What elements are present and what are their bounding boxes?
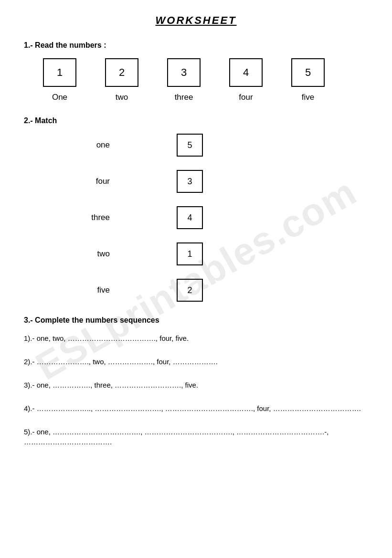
number-word: three — [175, 93, 193, 102]
section2-label: 2.- Match — [24, 116, 368, 125]
number-item: 5five — [277, 58, 339, 102]
sequence-lines-container: 1).- one, two, ………………………………., four, five… — [24, 333, 368, 447]
section3-label: 3.- Complete the numbers sequences — [24, 316, 368, 325]
number-box: 5 — [291, 58, 325, 87]
numbers-row: 1One2two3three4four5five — [29, 58, 368, 102]
number-item: 2two — [91, 58, 153, 102]
number-word: four — [239, 93, 253, 102]
sequence-line: 3).- one, ……………., three, ………………………., fiv… — [24, 380, 368, 390]
number-word: five — [302, 93, 314, 102]
match-box: 3 — [177, 170, 203, 193]
sequence-line: 5).- one, ………………………………., ………………………………., … — [24, 427, 368, 447]
match-row: one5 — [53, 134, 368, 157]
match-word: two — [53, 249, 110, 259]
match-row: four3 — [53, 170, 368, 193]
match-box: 4 — [177, 206, 203, 229]
number-box: 4 — [229, 58, 263, 87]
match-box: 1 — [177, 242, 203, 265]
complete-section: 3.- Complete the numbers sequences 1).- … — [24, 316, 368, 447]
sequence-line: 2).- …………………., two, ………………., four, ……………… — [24, 357, 368, 367]
number-word: two — [116, 93, 128, 102]
section1-label: 1.- Read the numbers : — [24, 41, 368, 50]
number-box: 3 — [167, 58, 201, 87]
match-word: four — [53, 177, 110, 186]
number-item: 1One — [29, 58, 91, 102]
sequence-line: 1).- one, two, ………………………………., four, five… — [24, 333, 368, 343]
number-box: 1 — [43, 58, 76, 87]
number-word: One — [52, 93, 67, 102]
page-title: WORKSHEET — [24, 14, 368, 27]
match-row: two1 — [53, 242, 368, 265]
match-row: three4 — [53, 206, 368, 229]
number-item: 3three — [153, 58, 215, 102]
match-word: one — [53, 140, 110, 150]
match-rows-container: one5four3three4two1five2 — [24, 134, 368, 302]
number-box: 2 — [105, 58, 138, 87]
number-item: 4four — [215, 58, 277, 102]
match-word: three — [53, 213, 110, 222]
match-section: 2.- Match one5four3three4two1five2 — [24, 116, 368, 302]
match-box: 5 — [177, 134, 203, 157]
match-row: five2 — [53, 279, 368, 302]
match-word: five — [53, 285, 110, 295]
sequence-line: 4).- ………………….., ………………………., ………………………………… — [24, 403, 368, 413]
match-box: 2 — [177, 279, 203, 302]
